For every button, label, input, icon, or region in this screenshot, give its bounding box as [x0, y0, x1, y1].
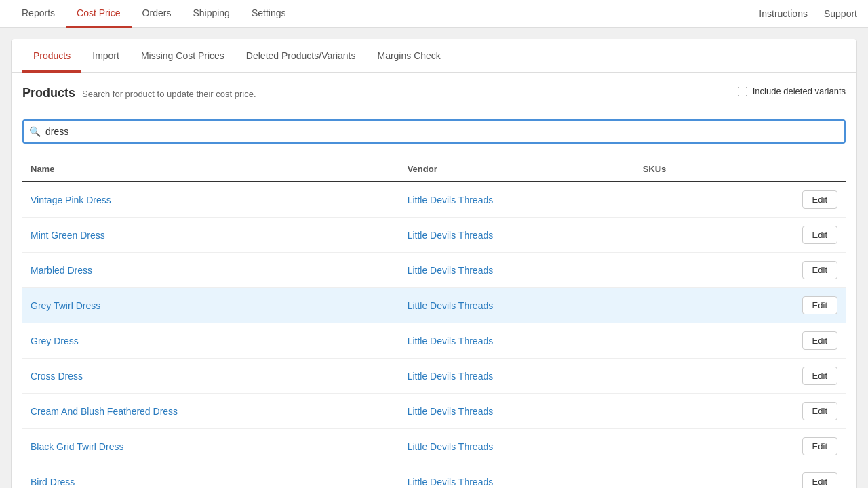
- support-link[interactable]: Support: [824, 8, 857, 19]
- include-deleted-label: Include deleted variants: [753, 86, 846, 96]
- col-header-name: Name: [22, 157, 399, 182]
- search-container: 🔍: [22, 119, 846, 144]
- nav-shipping[interactable]: Shipping: [182, 0, 241, 28]
- product-name-cell: Black Grid Twirl Dress: [22, 429, 399, 464]
- table-row: Marbled DressLittle Devils ThreadsEdit: [22, 253, 846, 288]
- table-row: Bird DressLittle Devils ThreadsEdit: [22, 464, 846, 489]
- nav-orders[interactable]: Orders: [132, 0, 182, 28]
- vendor-link[interactable]: Little Devils Threads: [408, 441, 494, 452]
- edit-cell: Edit: [726, 288, 846, 323]
- edit-button[interactable]: Edit: [802, 226, 837, 244]
- vendor-link[interactable]: Little Devils Threads: [408, 336, 494, 346]
- search-icon: 🔍: [29, 126, 41, 137]
- vendor-link[interactable]: Little Devils Threads: [408, 265, 494, 276]
- tab-missing-cost-prices[interactable]: Missing Cost Prices: [130, 39, 235, 73]
- top-nav-right: Instructions Support: [759, 8, 857, 19]
- table-row: Cream And Blush Feathered DressLittle De…: [22, 394, 846, 429]
- edit-cell: Edit: [726, 323, 846, 359]
- tab-margins-check[interactable]: Margins Check: [366, 39, 451, 73]
- vendor-cell: Little Devils Threads: [399, 429, 635, 464]
- edit-cell: Edit: [726, 359, 846, 394]
- skus-cell: [635, 429, 726, 464]
- vendor-link[interactable]: Little Devils Threads: [408, 406, 494, 417]
- table-row: Vintage Pink DressLittle Devils ThreadsE…: [22, 182, 846, 218]
- edit-button[interactable]: Edit: [802, 190, 837, 209]
- product-link[interactable]: Marbled Dress: [31, 265, 92, 276]
- edit-cell: Edit: [726, 429, 846, 464]
- product-name-cell: Grey Twirl Dress: [22, 288, 399, 323]
- table-row: Cross DressLittle Devils ThreadsEdit: [22, 359, 846, 394]
- edit-button[interactable]: Edit: [802, 296, 837, 314]
- skus-cell: [635, 288, 726, 323]
- search-input[interactable]: [22, 119, 846, 144]
- vendor-cell: Little Devils Threads: [399, 253, 635, 288]
- products-header: Products Search for product to update th…: [22, 86, 256, 100]
- vendor-cell: Little Devils Threads: [399, 182, 635, 218]
- tab-products[interactable]: Products: [22, 39, 81, 73]
- edit-button[interactable]: Edit: [802, 472, 837, 488]
- col-header-actions: [726, 157, 846, 182]
- top-nav: Reports Cost Price Orders Shipping Setti…: [0, 0, 868, 28]
- product-link[interactable]: Vintage Pink Dress: [31, 195, 111, 205]
- skus-cell: [635, 218, 726, 253]
- product-name-cell: Bird Dress: [22, 464, 399, 489]
- vendor-cell: Little Devils Threads: [399, 288, 635, 323]
- edit-cell: Edit: [726, 182, 846, 218]
- vendor-cell: Little Devils Threads: [399, 218, 635, 253]
- edit-button[interactable]: Edit: [802, 437, 837, 455]
- products-subtitle: Search for product to update their cost …: [82, 89, 256, 99]
- include-deleted-checkbox[interactable]: [738, 87, 747, 96]
- edit-button[interactable]: Edit: [802, 367, 837, 385]
- product-link[interactable]: Bird Dress: [31, 476, 75, 487]
- vendor-link[interactable]: Little Devils Threads: [408, 230, 494, 241]
- nav-settings[interactable]: Settings: [241, 0, 297, 28]
- skus-cell: [635, 464, 726, 489]
- product-link[interactable]: Grey Twirl Dress: [31, 300, 100, 311]
- tab-deleted-products-variants[interactable]: Deleted Products/Variants: [235, 39, 367, 73]
- skus-cell: [635, 394, 726, 429]
- vendor-cell: Little Devils Threads: [399, 323, 635, 359]
- product-name-cell: Cross Dress: [22, 359, 399, 394]
- table-row: Grey DressLittle Devils ThreadsEdit: [22, 323, 846, 359]
- table-row: Black Grid Twirl DressLittle Devils Thre…: [22, 429, 846, 464]
- products-table: Name Vendor SKUs Vintage Pink DressLittl…: [22, 157, 846, 488]
- edit-button[interactable]: Edit: [802, 331, 837, 350]
- vendor-link[interactable]: Little Devils Threads: [408, 371, 494, 382]
- products-section: Products Search for product to update th…: [12, 73, 856, 488]
- edit-cell: Edit: [726, 218, 846, 253]
- nav-cost-price[interactable]: Cost Price: [66, 0, 132, 28]
- products-title: Products: [22, 86, 75, 100]
- product-name-cell: Cream And Blush Feathered Dress: [22, 394, 399, 429]
- product-name-cell: Mint Green Dress: [22, 218, 399, 253]
- table-header-row: Name Vendor SKUs: [22, 157, 846, 182]
- vendor-link[interactable]: Little Devils Threads: [408, 300, 494, 311]
- product-link[interactable]: Mint Green Dress: [31, 230, 105, 241]
- edit-button[interactable]: Edit: [802, 261, 837, 279]
- vendor-cell: Little Devils Threads: [399, 464, 635, 489]
- skus-cell: [635, 359, 726, 394]
- vendor-cell: Little Devils Threads: [399, 359, 635, 394]
- vendor-cell: Little Devils Threads: [399, 394, 635, 429]
- product-name-cell: Marbled Dress: [22, 253, 399, 288]
- product-link[interactable]: Cross Dress: [31, 371, 83, 382]
- vendor-link[interactable]: Little Devils Threads: [408, 195, 494, 205]
- product-link[interactable]: Grey Dress: [31, 336, 79, 346]
- edit-cell: Edit: [726, 464, 846, 489]
- instructions-link[interactable]: Instructions: [759, 8, 808, 19]
- skus-cell: [635, 182, 726, 218]
- product-link[interactable]: Black Grid Twirl Dress: [31, 441, 123, 452]
- product-name-cell: Grey Dress: [22, 323, 399, 359]
- sub-tabs: Products Import Missing Cost Prices Dele…: [12, 39, 856, 73]
- vendor-link[interactable]: Little Devils Threads: [408, 476, 494, 487]
- skus-cell: [635, 323, 726, 359]
- nav-reports[interactable]: Reports: [11, 0, 66, 28]
- main-content: Products Import Missing Cost Prices Dele…: [0, 28, 868, 488]
- tab-import[interactable]: Import: [81, 39, 130, 73]
- edit-cell: Edit: [726, 394, 846, 429]
- col-header-vendor: Vendor: [399, 157, 635, 182]
- table-row: Mint Green DressLittle Devils ThreadsEdi…: [22, 218, 846, 253]
- product-link[interactable]: Cream And Blush Feathered Dress: [31, 406, 178, 417]
- edit-button[interactable]: Edit: [802, 402, 837, 420]
- table-row: Grey Twirl DressLittle Devils ThreadsEdi…: [22, 288, 846, 323]
- skus-cell: [635, 253, 726, 288]
